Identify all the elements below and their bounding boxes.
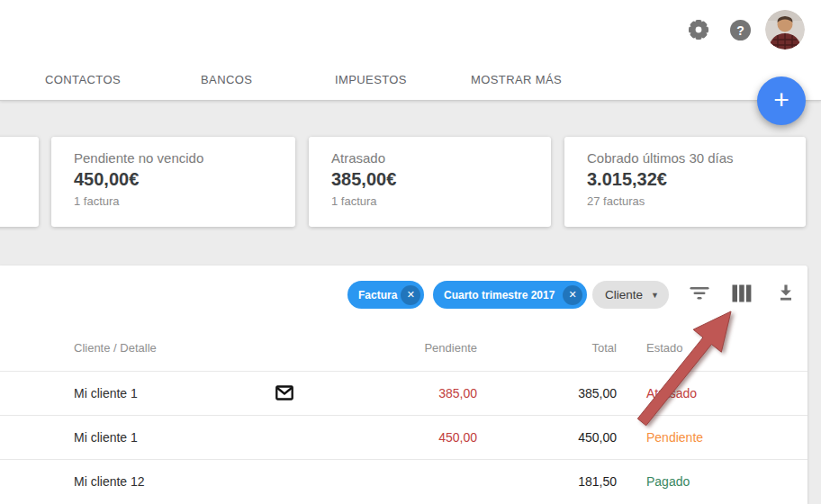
- summary-card-atrasado[interactable]: Atrasado 385,00€ 1 factura: [309, 137, 551, 227]
- status-badge: Pendiente: [646, 430, 703, 445]
- card-value: 450,00€: [74, 169, 295, 190]
- chevron-down-icon: ▼: [651, 291, 659, 300]
- invoices-panel: Factura ✕ Cuarto trimestre 2017 ✕ Client…: [0, 266, 807, 504]
- header-pendiente: Pendiente: [378, 341, 477, 355]
- summary-card-pendiente[interactable]: Pendiente no vencido 450,00€ 1 factura: [51, 137, 295, 227]
- card-title: Atrasado: [331, 150, 551, 166]
- close-icon[interactable]: ✕: [401, 285, 420, 305]
- table-header: Cliente / Detalle Pendiente Total Estado: [0, 320, 807, 371]
- close-icon[interactable]: ✕: [563, 285, 582, 305]
- columns-icon[interactable]: [731, 283, 753, 304]
- settings-button[interactable]: [685, 15, 712, 42]
- client-name: Mi cliente 1: [74, 430, 138, 445]
- avatar-photo: [765, 10, 805, 50]
- table-row[interactable]: Mi cliente 12 181,50 Pagado: [0, 459, 807, 504]
- cliente-dropdown[interactable]: Cliente ▼: [592, 281, 669, 309]
- download-icon[interactable]: [775, 283, 797, 304]
- client-name: Mi cliente 12: [74, 474, 145, 489]
- card-title: Pendiente no vencido: [74, 150, 295, 166]
- email-icon[interactable]: [275, 385, 293, 400]
- card-subtitle: 27 facturas: [587, 194, 806, 208]
- chip-label: Cuarto trimestre 2017: [444, 289, 555, 302]
- filter-chip-trimestre[interactable]: Cuarto trimestre 2017 ✕: [433, 281, 587, 309]
- client-name: Mi cliente 1: [74, 386, 138, 400]
- user-avatar[interactable]: [765, 10, 805, 50]
- nav-item-mostrar-mas[interactable]: MOSTRAR MÁS: [471, 73, 562, 86]
- header-cliente-detalle: Cliente / Detalle: [74, 341, 157, 355]
- total-amount: 181,50: [518, 474, 617, 489]
- card-subtitle: 1 factura: [74, 194, 295, 208]
- help-button[interactable]: ?: [730, 20, 751, 40]
- nav-item-impuestos[interactable]: IMPUESTOS: [335, 73, 407, 86]
- summary-card-cobrado[interactable]: Cobrado últimos 30 días 3.015,32€ 27 fac…: [564, 137, 806, 227]
- filter-chip-factura[interactable]: Factura ✕: [347, 281, 424, 309]
- pendiente-amount: 450,00: [378, 430, 477, 445]
- nav-item-contactos[interactable]: CONTACTOS: [45, 73, 121, 86]
- dropdown-label: Cliente: [605, 288, 643, 302]
- gear-icon: [685, 30, 712, 45]
- total-amount: 450,00: [518, 430, 617, 445]
- card-subtitle: 1 factura: [331, 194, 551, 208]
- add-button[interactable]: +: [757, 76, 806, 125]
- status-badge: Atrasado: [646, 386, 697, 400]
- header-total: Total: [518, 341, 617, 355]
- header-estado: Estado: [646, 341, 682, 355]
- plus-icon: +: [773, 86, 789, 113]
- summary-card-partial[interactable]: [0, 137, 39, 227]
- card-value: 385,00€: [331, 169, 551, 190]
- card-title: Cobrado últimos 30 días: [587, 150, 806, 166]
- status-badge: Pagado: [646, 474, 690, 489]
- pendiente-amount: 385,00: [378, 386, 477, 400]
- help-icon: ?: [736, 23, 744, 38]
- table-row[interactable]: Mi cliente 1 450,00 450,00 Pendiente: [0, 415, 807, 459]
- table-row[interactable]: Mi cliente 1 385,00 385,00 Atrasado: [0, 371, 807, 415]
- filter-icon[interactable]: [689, 283, 710, 304]
- total-amount: 385,00: [518, 386, 617, 400]
- nav-item-bancos[interactable]: BANCOS: [201, 73, 252, 86]
- chip-label: Factura: [358, 289, 397, 302]
- card-value: 3.015,32€: [587, 169, 806, 190]
- top-app-bar: ? CONTACTOS BANCOS IMPUESTOS MOSTRAR MÁS: [0, 0, 821, 101]
